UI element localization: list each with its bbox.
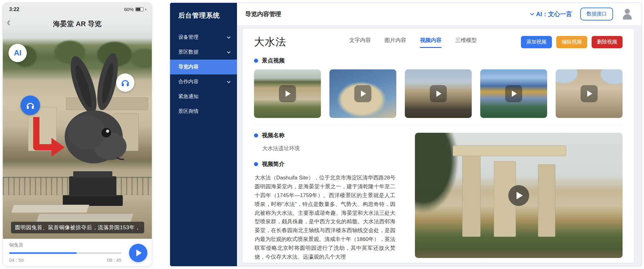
audio-progress-fill xyxy=(9,252,77,254)
play-overlay-icon xyxy=(279,85,296,102)
page-title: 导览内容管理 xyxy=(245,10,281,18)
ruin-lintel xyxy=(453,145,566,156)
edit-video-button[interactable]: 编辑视频 xyxy=(556,36,587,48)
bullet-dot-icon xyxy=(254,59,258,63)
play-overlay-icon xyxy=(430,85,447,102)
play-overlay-icon xyxy=(354,85,371,102)
audio-spot-button-left[interactable] xyxy=(21,96,40,115)
headphones-icon xyxy=(26,101,35,110)
sidebar-menu: 设备管理 景区数据 导览内容 合作内容 紧急通知 景区舆情 xyxy=(170,30,237,119)
play-overlay-icon xyxy=(505,85,522,102)
chevron-down-icon xyxy=(227,79,230,83)
chevron-down-icon xyxy=(530,11,534,15)
sidebar-item-label: 景区舆情 xyxy=(178,108,198,115)
sidebar-item-scenic-data[interactable]: 景区数据 xyxy=(170,45,237,60)
audio-spot-button-right[interactable] xyxy=(116,73,134,92)
spot-title: 大水法 xyxy=(254,35,286,49)
foreground-stone xyxy=(11,205,89,213)
tab-image-content[interactable]: 图片内容 xyxy=(385,37,406,48)
foreground-stone xyxy=(36,213,133,222)
chevron-down-icon xyxy=(227,35,230,38)
direction-arrow-icon xyxy=(31,117,65,164)
video-name-value: 大水法遗址环境 xyxy=(262,145,395,152)
ar-subtitle-caption: 圆明园兔首、鼠首铜像被掠夺后，流落异国153年， xyxy=(11,222,144,233)
sidebar: 后台管理系统 设备管理 景区数据 导览内容 合作内容 紧急通知 景区舆情 xyxy=(170,3,237,266)
tab-text-content[interactable]: 文字内容 xyxy=(349,37,371,48)
phone-page-title: 海晏堂 AR 导览 xyxy=(3,19,152,29)
play-overlay-icon xyxy=(581,85,598,102)
tab-video-content[interactable]: 视频内容 xyxy=(420,37,441,48)
ar-camera-view: 3:22 60% ‹ 海晏堂 AR 导览 AI xyxy=(3,3,152,239)
video-thumbnail[interactable] xyxy=(254,69,321,118)
phone-panel: 3:22 60% ‹ 海晏堂 AR 导览 AI xyxy=(3,3,152,266)
sidebar-item-label: 设备管理 xyxy=(178,34,198,41)
audio-progress-bar[interactable] xyxy=(9,252,121,254)
play-icon xyxy=(136,249,142,256)
ai-button-label: AI xyxy=(14,49,21,57)
audio-current-time: 04 : 59 xyxy=(9,257,24,263)
sidebar-item-public-opinion[interactable]: 景区舆情 xyxy=(170,104,237,119)
audio-play-button[interactable] xyxy=(129,244,147,262)
ai-model-selector[interactable]: AI：文心一言 xyxy=(531,10,572,18)
video-thumbnail[interactable] xyxy=(480,69,547,118)
topbar: 导览内容管理 AI：文心一言 数据接口 xyxy=(237,3,641,26)
battery-tip xyxy=(145,9,146,10)
battery-icon xyxy=(135,7,144,11)
sidebar-item-guide-content[interactable]: 导览内容 xyxy=(170,60,237,74)
video-intro-text: 大水法（Dashuifa Site），位于北京市海淀区清华西路28号圆明园海晏堂… xyxy=(255,173,395,261)
status-battery: 60% xyxy=(124,7,146,12)
sidebar-item-label: 导览内容 xyxy=(178,64,198,70)
audio-player: 铜兔首 04 : 59 08 : 45 xyxy=(3,239,152,266)
sidebar-item-label: 景区数据 xyxy=(178,49,198,56)
ai-assistant-button[interactable]: AI xyxy=(9,44,27,62)
video-thumbnails-row xyxy=(254,69,623,118)
content-tabs: 文字内容 图片内容 视频内容 三维模型 xyxy=(349,37,477,48)
sidebar-item-emergency-notice[interactable]: 紧急通知 xyxy=(170,89,237,104)
sidebar-item-label: 合作内容 xyxy=(178,79,198,85)
section-video-intro-label: 视频简介 xyxy=(262,160,285,168)
data-api-button[interactable]: 数据接口 xyxy=(580,8,613,20)
delete-video-button[interactable]: 删除视频 xyxy=(592,36,623,48)
bullet-dot-icon xyxy=(254,133,258,137)
audio-track-title: 铜兔首 xyxy=(9,242,121,248)
section-videos-label: 景点视频 xyxy=(262,57,285,64)
sidebar-item-label: 紧急通知 xyxy=(178,93,198,100)
ai-model-label: AI：文心一言 xyxy=(536,10,572,18)
ruin-pillar xyxy=(538,164,555,237)
video-thumbnail[interactable] xyxy=(329,69,396,118)
bullet-dot-icon xyxy=(254,162,258,166)
video-thumbnail[interactable] xyxy=(405,69,472,118)
admin-panel: 后台管理系统 设备管理 景区数据 导览内容 合作内容 紧急通知 景区舆情 xyxy=(170,3,642,266)
ruin-pillar xyxy=(462,152,481,237)
video-play-button[interactable] xyxy=(508,185,529,206)
battery-percent-label: 60% xyxy=(124,7,133,12)
avatar-icon xyxy=(625,9,630,14)
main-video-preview[interactable] xyxy=(415,133,623,258)
avatar-icon xyxy=(623,14,632,20)
sidebar-title: 后台管理系统 xyxy=(170,3,237,20)
sidebar-item-device-management[interactable]: 设备管理 xyxy=(170,30,237,45)
section-video-name-label: 视频名称 xyxy=(262,132,285,139)
content-card: 大水法 文字内容 图片内容 视频内容 三维模型 添加视频 编辑视频 删除视频 景… xyxy=(243,29,634,263)
user-avatar[interactable] xyxy=(621,8,633,20)
tab-3d-model[interactable]: 三维模型 xyxy=(455,37,477,48)
chevron-down-icon xyxy=(227,50,230,53)
headphones-icon xyxy=(121,78,130,87)
add-video-button[interactable]: 添加视频 xyxy=(521,36,552,48)
status-time: 3:22 xyxy=(9,7,19,12)
play-icon xyxy=(517,192,523,199)
audio-total-time: 08 : 45 xyxy=(107,257,121,263)
sidebar-item-cooperation-content[interactable]: 合作内容 xyxy=(170,74,237,89)
video-thumbnail[interactable] xyxy=(556,69,623,118)
